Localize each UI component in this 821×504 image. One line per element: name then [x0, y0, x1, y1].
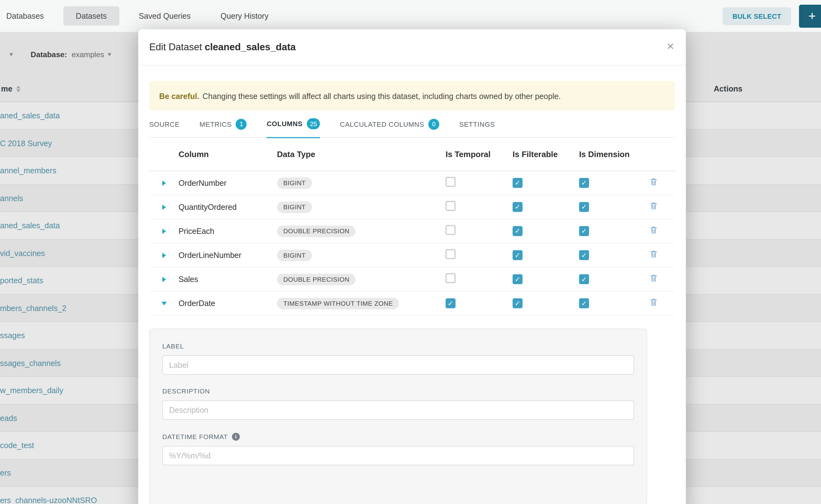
is-temporal-checkbox[interactable]: [446, 225, 456, 235]
is-filterable-header: Is Filterable: [513, 149, 579, 159]
is-temporal-checkbox[interactable]: [446, 201, 456, 211]
is-filterable-checkbox[interactable]: [513, 298, 523, 308]
chevron-down-icon[interactable]: ▾: [9, 50, 13, 58]
is-filterable-checkbox[interactable]: [513, 178, 523, 188]
dataset-link[interactable]: ssages: [0, 331, 25, 340]
top-navbar: Databases Datasets Saved Queries Query H…: [0, 0, 821, 32]
column-row: Sales DOUBLE PRECISION: [149, 267, 675, 291]
modal-tabs: SOURCE METRICS1 COLUMNS25 CALCULATED COL…: [149, 118, 675, 138]
dataset-link[interactable]: eads: [0, 413, 17, 422]
close-icon[interactable]: ✕: [666, 42, 674, 51]
tab-source[interactable]: SOURCE: [149, 118, 180, 138]
is-temporal-checkbox[interactable]: [446, 177, 456, 187]
dataset-link[interactable]: aned_sales_data: [0, 111, 60, 120]
is-dimension-checkbox[interactable]: [579, 274, 589, 284]
nav-tab-saved-queries[interactable]: Saved Queries: [139, 6, 190, 26]
data-type-pill: BIGINT: [277, 177, 312, 189]
dataset-link[interactable]: ported_stats: [0, 276, 43, 285]
dataset-link[interactable]: ers: [0, 468, 11, 477]
modal-header: Edit Dataset cleaned_sales_data ✕: [138, 29, 686, 66]
is-temporal-checkbox[interactable]: [446, 298, 456, 308]
column-row: OrderNumber BIGINT: [149, 171, 675, 195]
columns-table-header: Column Data Type Is Temporal Is Filterab…: [149, 138, 675, 171]
is-filterable-checkbox[interactable]: [513, 274, 523, 284]
column-name: QuantityOrdered: [179, 203, 277, 211]
delete-column-icon[interactable]: [649, 177, 658, 186]
is-dimension-checkbox[interactable]: [579, 298, 589, 308]
nav-tab-query-history[interactable]: Query History: [220, 6, 269, 26]
column-name: OrderNumber: [179, 179, 277, 187]
column-name: PriceEach: [179, 227, 277, 235]
nav-tabs: Databases Datasets Saved Queries Query H…: [6, 6, 288, 26]
tab-label: SETTINGS: [459, 120, 495, 128]
column-row: OrderLineNumber BIGINT: [149, 243, 675, 267]
tab-settings[interactable]: SETTINGS: [459, 118, 495, 138]
expand-caret-icon[interactable]: [162, 229, 166, 234]
warning-bold-text: Be careful.: [159, 91, 200, 100]
dataset-link[interactable]: annels: [0, 194, 23, 202]
is-dimension-checkbox[interactable]: [579, 226, 589, 236]
delete-column-icon[interactable]: [649, 201, 658, 210]
dataset-link[interactable]: code_test: [0, 441, 34, 450]
is-filterable-checkbox[interactable]: [513, 226, 523, 236]
column-detail-editor: LABEL DESCRIPTION DATETIME FORMATi: [149, 329, 647, 504]
tab-label: SOURCE: [149, 120, 180, 128]
is-temporal-checkbox[interactable]: [446, 249, 456, 259]
delete-column-icon[interactable]: [649, 225, 658, 234]
description-field-label: DESCRIPTION: [162, 388, 634, 395]
tab-metrics[interactable]: METRICS1: [200, 118, 247, 138]
info-icon: i: [232, 433, 240, 441]
warning-banner: Be careful. Changing these settings will…: [149, 81, 675, 111]
data-type-pill: DOUBLE PRECISION: [277, 274, 356, 285]
collapse-caret-icon[interactable]: [161, 301, 166, 305]
name-column-header[interactable]: me: [0, 84, 12, 93]
label-field-group: LABEL: [162, 343, 634, 375]
nav-tab-databases[interactable]: Databases: [6, 6, 44, 26]
column-header: Column: [179, 149, 277, 159]
label-field-label: LABEL: [162, 343, 634, 350]
modal-title-prefix: Edit Dataset: [149, 41, 202, 52]
is-dimension-checkbox[interactable]: [579, 202, 589, 212]
datetime-format-input[interactable]: [162, 446, 634, 465]
expand-caret-icon[interactable]: [162, 204, 166, 210]
delete-column-icon[interactable]: [649, 298, 658, 307]
is-dimension-header: Is Dimension: [579, 149, 644, 159]
expand-caret-icon[interactable]: [162, 277, 166, 282]
nav-tab-datasets[interactable]: Datasets: [63, 6, 119, 26]
is-filterable-checkbox[interactable]: [513, 250, 523, 260]
tab-calculated-columns[interactable]: CALCULATED COLUMNS0: [340, 118, 439, 138]
expand-caret-icon[interactable]: [162, 253, 166, 258]
tab-label: CALCULATED COLUMNS: [340, 120, 424, 128]
datetime-format-field-label: DATETIME FORMAT: [162, 433, 228, 440]
description-input[interactable]: [162, 400, 634, 420]
expand-caret-icon[interactable]: [162, 180, 166, 185]
dataset-link[interactable]: w_members_daily: [0, 386, 63, 395]
dataset-link[interactable]: mbers_channels_2: [0, 304, 66, 312]
label-input[interactable]: [162, 355, 634, 375]
dataset-link[interactable]: C 2018 Survey: [0, 139, 52, 147]
database-filter-value[interactable]: examples: [72, 50, 104, 58]
tab-columns[interactable]: COLUMNS25: [267, 118, 320, 138]
dataset-link[interactable]: ers_channels-uzooNNtSRO: [0, 496, 97, 504]
dataset-link[interactable]: aned_sales_data: [0, 221, 60, 230]
dataset-link[interactable]: annel_members: [0, 166, 56, 175]
data-type-header: Data Type: [277, 149, 446, 159]
column-row-expanded: OrderDate TIMESTAMP WITHOUT TIME ZONE: [149, 292, 675, 316]
database-filter-label: Database:: [31, 50, 67, 58]
is-filterable-checkbox[interactable]: [513, 202, 523, 212]
is-dimension-checkbox[interactable]: [579, 250, 589, 260]
chevron-down-icon[interactable]: ▾: [108, 50, 111, 58]
is-dimension-checkbox[interactable]: [579, 178, 589, 188]
dataset-link[interactable]: ssages_channels: [0, 358, 61, 367]
delete-column-icon[interactable]: [649, 274, 658, 283]
actions-column-header: Actions: [714, 84, 742, 93]
sort-icons[interactable]: [16, 86, 20, 92]
is-temporal-checkbox[interactable]: [446, 273, 456, 283]
add-dataset-button[interactable]: +: [799, 5, 821, 28]
nav-right-actions: BULK SELECT +: [723, 0, 821, 32]
delete-column-icon[interactable]: [649, 250, 658, 258]
bulk-select-button[interactable]: BULK SELECT: [723, 7, 791, 25]
sort-desc-icon: [16, 89, 20, 92]
dataset-link[interactable]: vid_vaccines: [0, 249, 45, 257]
column-name: OrderLineNumber: [179, 251, 277, 259]
